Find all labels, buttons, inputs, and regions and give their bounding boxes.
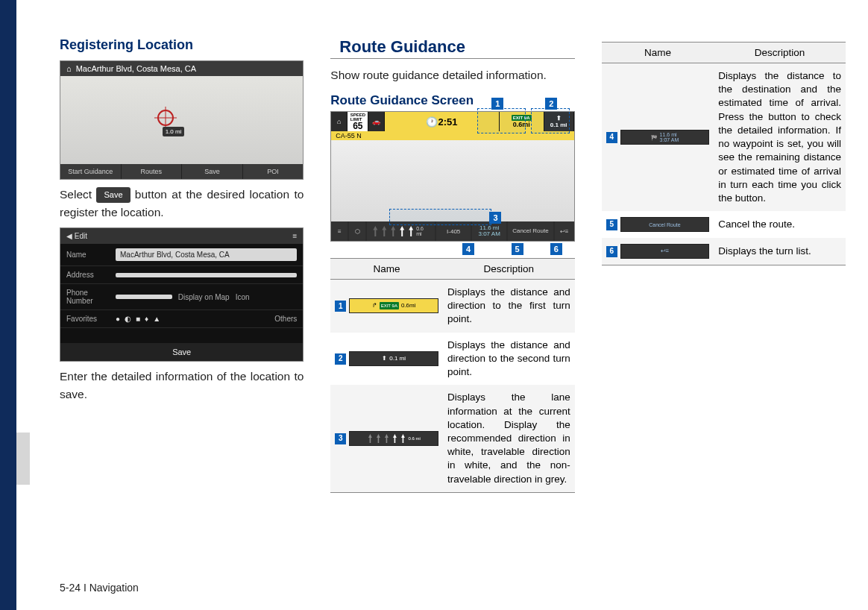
th-name: Name <box>330 259 443 280</box>
instruction-2: Enter the detailed information of the lo… <box>60 368 304 403</box>
road-name-label: CA-55 N <box>331 131 573 140</box>
home-icon: ⌂ <box>331 112 347 131</box>
turn-list-icon: ↩≡ <box>620 244 710 259</box>
speed-limit-chip: SPEED LIMIT 65 <box>347 112 368 131</box>
menu-icon: ≡ <box>331 221 347 241</box>
table-row: 1 ↱EXIT 9A0.6mi Displays the distance an… <box>330 280 574 333</box>
others-label: Others <box>274 315 297 323</box>
map-canvas: 1.0 mi <box>60 76 303 164</box>
table-row: 4 🏁 11.6 mi 3:07 AM Displays the distanc… <box>602 63 846 212</box>
second-turn-chip: ⬆ 0.1 mi <box>544 112 574 131</box>
column-3: Name Description 4 🏁 11.6 mi 3:07 AM <box>602 37 846 493</box>
column-2: Route Guidance Show route guidance detai… <box>330 37 574 493</box>
car-icon: 🚗 <box>368 112 385 131</box>
eta-chip: 11.6 mi 3:07 AM <box>472 221 506 241</box>
home-icon: ⌂ <box>66 64 72 73</box>
th-name: Name <box>602 43 714 63</box>
cancel-route-button[interactable]: Cancel Route <box>508 221 553 241</box>
map-bottom-bar: Start Guidance Routes Save POI <box>60 164 303 179</box>
table-row: 3 0.6 mi Displays the lane information a… <box>330 385 574 492</box>
screenshot-route-guidance: ⌂ SPEED LIMIT 65 🚗 🕐 2:51 EXIT 9A 0.6mi <box>330 111 574 242</box>
name-field[interactable]: MacArthur Blvd, Costa Mesa, CA <box>116 248 297 261</box>
ref-num-5: 5 <box>606 219 617 230</box>
hwy-label: I-405 <box>436 221 471 241</box>
favorites-icons: ●◐■♦▲ <box>116 315 268 323</box>
route-subtitle: Route Guidance Screen <box>330 93 574 108</box>
save-bar[interactable]: Save <box>60 343 303 361</box>
first-turn-chip: EXIT 9A 0.6mi <box>500 112 544 131</box>
edit-header: ◀ Edit ≡ <box>60 228 303 244</box>
save-button-sm[interactable]: Save <box>182 164 243 179</box>
th-desc: Description <box>443 259 575 280</box>
table-row: 2 ⬆ 0.1 mi Displays the distance and dir… <box>330 333 574 386</box>
menu-icon: ≡ <box>292 232 297 240</box>
icon-label: Icon <box>236 293 250 301</box>
instruction-1: Select Save button at the desired locati… <box>60 186 304 221</box>
ref-num-6: 6 <box>606 246 617 257</box>
th-desc: Description <box>714 43 846 63</box>
ref-num-3: 3 <box>335 433 346 444</box>
sidebar-strip <box>0 0 16 610</box>
shield-icon: ⬡ <box>349 221 365 241</box>
sidebar-tab <box>16 433 30 485</box>
phone-field[interactable] <box>116 295 172 299</box>
ref-num-1: 1 <box>335 301 346 312</box>
start-guidance-button[interactable]: Start Guidance <box>60 164 122 179</box>
favorites-label: Favorites <box>66 315 110 323</box>
first-turn-icon: ↱EXIT 9A0.6mi <box>349 298 438 313</box>
section-title-registering: Registering Location <box>60 37 304 53</box>
reference-table-2: Name Description 4 🏁 11.6 mi 3:07 AM <box>602 42 846 265</box>
second-turn-icon: ⬆ 0.1 mi <box>349 351 438 366</box>
map-distance-label: 1.0 mi <box>163 127 185 136</box>
callout-4-icon: 4 <box>462 243 474 255</box>
table-row: 5 Cancel Route Cancel the route. <box>602 211 846 238</box>
section-title-route: Route Guidance <box>330 37 574 59</box>
routes-button[interactable]: Routes <box>122 164 183 179</box>
callout-5-icon: 5 <box>512 243 523 255</box>
address-field[interactable] <box>116 273 297 277</box>
column-1: Registering Location ⌂ MacArthur Blvd, C… <box>60 37 304 493</box>
cancel-route-icon: Cancel Route <box>620 217 710 232</box>
display-map-label: Display on Map <box>178 293 230 301</box>
ref-num-4: 4 <box>606 132 617 143</box>
screenshot-edit-form: ◀ Edit ≡ Name MacArthur Blvd, Costa Mesa… <box>60 227 304 362</box>
lane-info-chip: 0.6 mi <box>367 221 435 241</box>
ref-num-2: 2 <box>335 353 346 365</box>
callout-6-icon: 6 <box>550 243 562 255</box>
reference-table-1: Name Description 1 ↱EXIT 9A0.6mi Display… <box>330 258 574 493</box>
turn-list-button[interactable]: ↩≡ <box>555 221 574 241</box>
eta-clock: 🕐 2:51 <box>385 112 499 131</box>
map-address-bar: ⌂ MacArthur Blvd, Costa Mesa, CA <box>60 61 303 76</box>
poi-button[interactable]: POI <box>243 164 304 179</box>
map-address-text: MacArthur Blvd, Costa Mesa, CA <box>76 64 196 73</box>
save-button-inline[interactable]: Save <box>96 187 130 203</box>
address-label: Address <box>66 271 110 279</box>
lane-info-icon: 0.6 mi <box>349 431 438 446</box>
screenshot-map-register: ⌂ MacArthur Blvd, Costa Mesa, CA 1.0 mi … <box>60 60 304 180</box>
phone-label: Phone Number <box>66 289 110 305</box>
table-row: 6 ↩≡ Displays the turn list. <box>602 238 846 265</box>
map-crosshair-icon <box>157 110 174 126</box>
route-intro: Show route guidance detailed information… <box>330 66 574 84</box>
eta-icon: 🏁 11.6 mi 3:07 AM <box>620 130 710 145</box>
route-map-canvas <box>331 140 573 221</box>
name-label: Name <box>66 251 110 259</box>
page-footer: 5-24 I Navigation <box>60 582 139 594</box>
